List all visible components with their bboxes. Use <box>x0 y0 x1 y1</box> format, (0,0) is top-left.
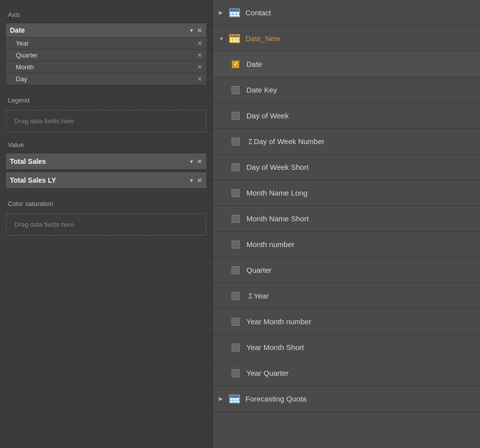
value-total-sales-container: Total Sales ▼ ✕ <box>6 153 206 169</box>
axis-date-header[interactable]: Date ▼ ✕ <box>6 23 206 37</box>
day-of-week-short-checkbox-icon[interactable] <box>229 162 242 173</box>
axis-sub-day-close-icon[interactable]: ✕ <box>197 75 202 83</box>
forecasting-quota-label: Forecasting Quota <box>245 395 474 403</box>
right-panel: ▶ Contact ▼ <box>213 0 480 448</box>
tree-item-date[interactable]: ✓ Date <box>213 51 480 77</box>
year-month-short-checkbox-icon[interactable] <box>229 342 242 353</box>
year-month-number-label: Year Month number <box>246 317 474 326</box>
left-panel: Axis Date ▼ ✕ Year ✕ Quarter ✕ Month ✕ D… <box>0 0 213 448</box>
axis-sub-quarter-label: Quarter <box>16 51 38 59</box>
tree-item-date-key[interactable]: Date Key <box>213 77 480 103</box>
date-new-expand-icon[interactable]: ▼ <box>219 36 228 42</box>
axis-sub-day-label: Day <box>16 75 27 83</box>
legend-label: Legend <box>0 94 212 106</box>
day-of-week-label: Day of Week <box>246 111 474 120</box>
tree-item-year-month-number[interactable]: Year Month number <box>213 309 480 335</box>
value-total-sales-ly-controls: ▼ ✕ <box>189 177 202 184</box>
tree-item-contact[interactable]: ▶ Contact <box>213 0 480 26</box>
date-new-label: Date_New <box>245 34 474 43</box>
year-quarter-checkbox-icon[interactable] <box>229 368 242 379</box>
total-sales-dropdown-icon[interactable]: ▼ <box>189 159 194 164</box>
axis-sub-month-close-icon[interactable]: ✕ <box>197 63 202 71</box>
tree-item-forecasting-quota[interactable]: ▶ Forecasting Quota <box>213 386 480 412</box>
value-total-sales-ly-container: Total Sales LY ▼ ✕ <box>6 172 206 188</box>
date-checkbox-icon[interactable]: ✓ <box>229 59 242 70</box>
total-sales-ly-dropdown-icon[interactable]: ▼ <box>189 178 194 183</box>
axis-sub-day[interactable]: Day ✕ <box>6 73 206 85</box>
axis-sub-quarter-close-icon[interactable]: ✕ <box>197 51 202 59</box>
axis-sub-year[interactable]: Year ✕ <box>6 37 206 49</box>
year-sigma-icon: Σ <box>248 292 253 300</box>
date-key-label: Date Key <box>246 86 474 94</box>
day-of-week-number-label: Day of Week Number <box>254 137 474 146</box>
value-total-sales-ly-header[interactable]: Total Sales LY ▼ ✕ <box>6 172 206 188</box>
date-new-table-icon <box>228 33 241 44</box>
year-month-number-checkbox-icon[interactable] <box>229 316 242 327</box>
month-name-long-checkbox-icon[interactable] <box>229 188 242 199</box>
value-label: Value <box>0 138 212 150</box>
axis-field-container: Date ▼ ✕ Year ✕ Quarter ✕ Month ✕ Day ✕ <box>6 23 206 85</box>
axis-date-controls: ▼ ✕ <box>189 27 202 34</box>
tree-item-quarter[interactable]: Quarter <box>213 257 480 283</box>
day-of-week-short-label: Day of Week Short <box>246 163 474 171</box>
axis-sub-quarter[interactable]: Quarter ✕ <box>6 49 206 61</box>
tree-item-month-name-long[interactable]: Month Name Long <box>213 180 480 206</box>
date-label: Date <box>246 60 474 68</box>
color-saturation-label: Color saturation <box>0 197 212 209</box>
forecasting-quota-expand-icon[interactable]: ▶ <box>219 396 228 402</box>
value-total-sales-ly-name: Total Sales LY <box>10 176 56 184</box>
contact-label: Contact <box>245 8 474 17</box>
year-label: Year <box>254 292 474 300</box>
value-total-sales-header[interactable]: Total Sales ▼ ✕ <box>6 153 206 169</box>
month-name-short-checkbox-icon[interactable] <box>229 213 242 224</box>
tree-item-month-name-short[interactable]: Month Name Short <box>213 206 480 232</box>
total-sales-ly-close-icon[interactable]: ✕ <box>197 177 202 184</box>
axis-sub-year-label: Year <box>16 40 29 47</box>
month-name-short-label: Month Name Short <box>246 214 474 223</box>
legend-drop-zone[interactable]: Drag data fields here <box>6 110 206 132</box>
month-number-checkbox-icon[interactable] <box>229 239 242 250</box>
tree-item-day-of-week[interactable]: Day of Week <box>213 103 480 129</box>
day-of-week-number-sigma-icon: Σ <box>248 138 253 146</box>
dropdown-arrow-icon[interactable]: ▼ <box>189 28 194 33</box>
axis-date-name: Date <box>10 26 25 34</box>
value-total-sales-name: Total Sales <box>10 157 46 165</box>
year-month-short-label: Year Month Short <box>246 343 474 351</box>
tree-item-month-number[interactable]: Month number <box>213 232 480 257</box>
tree-item-year[interactable]: Σ Year <box>213 283 480 309</box>
date-key-checkbox-icon[interactable] <box>229 85 242 96</box>
forecasting-quota-table-icon <box>228 394 241 404</box>
total-sales-close-icon[interactable]: ✕ <box>197 158 202 165</box>
axis-date-close-icon[interactable]: ✕ <box>197 27 202 34</box>
year-checkbox-icon[interactable] <box>229 291 242 301</box>
axis-sub-month-label: Month <box>16 63 34 71</box>
day-of-week-checkbox-icon[interactable] <box>229 110 242 121</box>
quarter-label: Quarter <box>246 266 474 274</box>
month-number-label: Month number <box>246 240 474 249</box>
contact-expand-icon[interactable]: ▶ <box>219 9 228 16</box>
contact-table-icon <box>228 7 241 18</box>
tree-item-day-of-week-number[interactable]: Σ Day of Week Number <box>213 129 480 154</box>
axis-sub-month[interactable]: Month ✕ <box>6 61 206 73</box>
day-of-week-number-checkbox-icon[interactable] <box>229 136 242 147</box>
quarter-checkbox-icon[interactable] <box>229 265 242 276</box>
tree-item-year-month-short[interactable]: Year Month Short <box>213 335 480 360</box>
year-quarter-label: Year Quarter <box>246 369 474 377</box>
axis-sub-year-close-icon[interactable]: ✕ <box>197 40 202 47</box>
value-total-sales-controls: ▼ ✕ <box>189 158 202 165</box>
color-drop-zone[interactable]: Drag data fields here <box>6 213 206 236</box>
tree-item-date-new[interactable]: ▼ Date_New <box>213 26 480 51</box>
month-name-long-label: Month Name Long <box>246 189 474 197</box>
axis-label: Axis <box>0 8 212 20</box>
tree-item-day-of-week-short[interactable]: Day of Week Short <box>213 154 480 180</box>
tree-item-year-quarter[interactable]: Year Quarter <box>213 360 480 386</box>
